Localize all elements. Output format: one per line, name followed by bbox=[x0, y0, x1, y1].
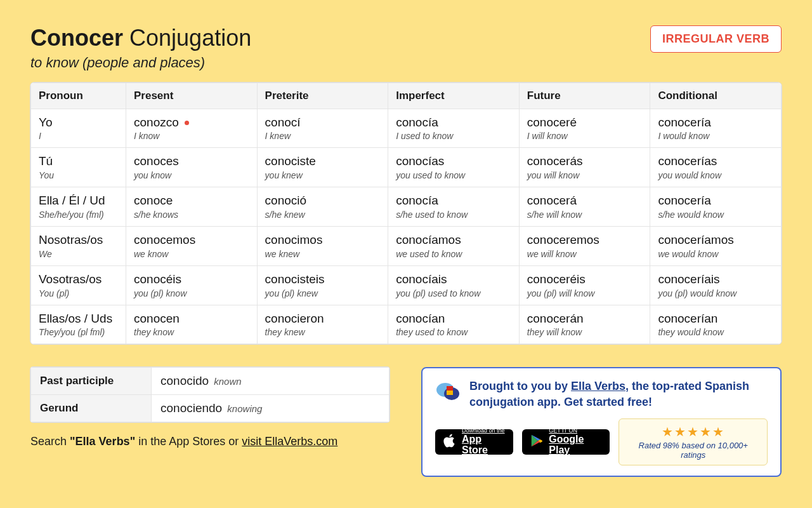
pronoun-cell: Vosotras/osYou (pl) bbox=[31, 265, 126, 305]
conjugation-cell: conoceríanthey would know bbox=[650, 305, 782, 344]
conjugation-cell: conocisteyou knew bbox=[257, 148, 388, 187]
conjugation-cell: conoces/he knows bbox=[126, 187, 258, 227]
bottom-section: Past participleconocido knownGerundconoc… bbox=[30, 367, 782, 477]
conjugation-cell: conocisteisyou (pl) knew bbox=[257, 265, 388, 305]
conjugation-cell: conoceránthey will know bbox=[519, 305, 650, 344]
participles-block: Past participleconocido knownGerundconoc… bbox=[30, 367, 390, 448]
promo-link[interactable]: Ella Verbs bbox=[571, 380, 625, 392]
irregular-badge: IRREGULAR VERB bbox=[650, 25, 782, 53]
conjugation-cell: conocemoswe know bbox=[126, 226, 258, 265]
participle-value: conociendo knowing bbox=[152, 395, 390, 422]
conjugation-cell: conocéisyou (pl) know bbox=[126, 265, 258, 305]
table-row: Vosotras/osYou (pl)conocéisyou (pl) know… bbox=[31, 265, 782, 305]
promo-app-icon bbox=[435, 378, 461, 404]
title-block: Conocer Conjugation to know (people and … bbox=[30, 25, 251, 71]
pronoun-cell: Ella / Él / UdShe/he/you (fml) bbox=[31, 187, 126, 227]
google-play-badge[interactable]: GET IT ONGoogle Play bbox=[522, 429, 610, 455]
conjugation-cell: conoceríaI would know bbox=[650, 109, 782, 148]
conjugation-cell: conozco I know bbox=[126, 109, 258, 148]
conjugation-cell: conocíaI used to know bbox=[388, 109, 520, 148]
column-header: Pronoun bbox=[31, 83, 126, 109]
conjugation-cell: conoceríaisyou (pl) would know bbox=[650, 265, 782, 305]
conjugation-cell: conocenthey know bbox=[126, 305, 258, 344]
page-title: Conocer Conjugation bbox=[30, 25, 251, 51]
table-row: Ellas/os / UdsThey/you (pl fml)conocenth… bbox=[31, 305, 782, 344]
conjugation-cell: conoceréisyou (pl) will know bbox=[519, 265, 650, 305]
conjugation-cell: conocíamoswe used to know bbox=[388, 226, 520, 265]
conjugation-cell: conoceríasyou would know bbox=[650, 148, 782, 187]
pronoun-cell: Nosotras/osWe bbox=[31, 226, 126, 265]
table-row: Ella / Él / UdShe/he/you (fml)conoces/he… bbox=[31, 187, 782, 227]
table-row: Nosotras/osWeconocemoswe knowconocimoswe… bbox=[31, 226, 782, 265]
apple-icon bbox=[443, 434, 457, 450]
column-header: Future bbox=[519, 83, 650, 109]
promo-box: Brought to you by Ella Verbs, the top-ra… bbox=[421, 367, 782, 477]
participle-label: Gerund bbox=[31, 395, 152, 422]
conjugation-cell: conoceremoswe will know bbox=[519, 226, 650, 265]
pronoun-cell: YoI bbox=[31, 109, 126, 148]
conjugation-cell: conocerás/he will know bbox=[519, 187, 650, 227]
column-header: Imperfect bbox=[388, 83, 520, 109]
conjugation-cell: conocíanthey used to know bbox=[388, 305, 520, 344]
app-store-badge[interactable]: Download on theApp Store bbox=[435, 429, 513, 455]
column-header: Preterite bbox=[257, 83, 388, 109]
participle-label: Past participle bbox=[31, 368, 152, 395]
conjugation-table: PronounPresentPreteriteImperfectFutureCo… bbox=[30, 83, 782, 345]
column-header: Conditional bbox=[650, 83, 782, 109]
conjugation-cell: conocíaisyou (pl) used to know bbox=[388, 265, 520, 305]
conjugation-cell: conocíI knew bbox=[257, 109, 388, 148]
participle-row: Past participleconocido known bbox=[31, 368, 390, 395]
table-row: YoIconozco I knowconocíI knewconocíaI us… bbox=[31, 109, 782, 148]
star-icons: ★★★★★ bbox=[629, 424, 757, 439]
google-play-icon bbox=[530, 434, 544, 450]
table-row: TúYouconocesyou knowconocisteyou knewcon… bbox=[31, 148, 782, 187]
participle-value: conocido known bbox=[152, 368, 390, 395]
conjugation-cell: conoceríamoswe would know bbox=[650, 226, 782, 265]
pronoun-cell: Ellas/os / UdsThey/you (pl fml) bbox=[31, 305, 126, 344]
conjugation-cell: conocimoswe knew bbox=[257, 226, 388, 265]
conjugation-cell: conocías/he used to know bbox=[388, 187, 520, 227]
search-line: Search "Ella Verbs" in the App Stores or… bbox=[30, 435, 390, 448]
pronoun-cell: TúYou bbox=[31, 148, 126, 187]
rating-text: Rated 98% based on 10,000+ ratings bbox=[629, 441, 757, 460]
column-header: Present bbox=[126, 83, 258, 109]
participles-table: Past participleconocido knownGerundconoc… bbox=[30, 367, 390, 422]
promo-text: Brought to you by Ella Verbs, the top-ra… bbox=[469, 378, 768, 410]
conjugation-cell: conocieronthey knew bbox=[257, 305, 388, 344]
conjugation-cell: conocerásyou will know bbox=[519, 148, 650, 187]
conjugation-cell: conocerías/he would know bbox=[650, 187, 782, 227]
conjugation-cell: conocesyou know bbox=[126, 148, 258, 187]
conjugation-cell: conocíasyou used to know bbox=[388, 148, 520, 187]
svg-rect-3 bbox=[447, 391, 453, 395]
svg-rect-2 bbox=[447, 386, 453, 391]
irregular-dot-icon bbox=[185, 121, 189, 125]
participle-row: Gerundconociendo knowing bbox=[31, 395, 390, 422]
visit-link[interactable]: visit EllaVerbs.com bbox=[242, 435, 337, 448]
conjugation-cell: conoceréI will know bbox=[519, 109, 650, 148]
rating-box: ★★★★★ Rated 98% based on 10,000+ ratings bbox=[619, 418, 768, 465]
conjugation-cell: conociós/he knew bbox=[257, 187, 388, 227]
subtitle: to know (people and places) bbox=[30, 55, 251, 71]
header: Conocer Conjugation to know (people and … bbox=[30, 25, 782, 71]
